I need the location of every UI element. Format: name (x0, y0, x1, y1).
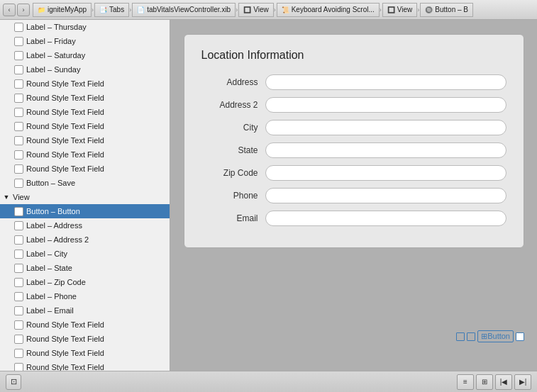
sidebar-item-24[interactable]: Round Style Text Field (0, 360, 170, 371)
sidebar-item-16[interactable]: Label – City (0, 247, 170, 261)
sidebar-label-11: Button – Save (26, 179, 75, 187)
sidebar-item-21[interactable]: Round Style Text Field (0, 318, 170, 332)
form-input-0[interactable] (265, 74, 506, 90)
form-label-2: City (201, 123, 265, 133)
sidebar-checkbox-2[interactable] (14, 51, 23, 60)
sidebar-item-0[interactable]: Label – Thursday (0, 20, 170, 34)
bottom-right-controls: ≡ ⊞ |◀ ▶| (457, 374, 531, 390)
sidebar-checkbox-17[interactable] (14, 264, 23, 273)
scroll-icon: 📜 (282, 6, 289, 13)
corner-button-label: ⊞Button (477, 330, 514, 342)
breadcrumb-view2[interactable]: 🔲 View (382, 3, 418, 17)
form-row-4: Zip Code (201, 165, 506, 181)
sidebar-item-12[interactable]: ▼View (0, 190, 170, 204)
sidebar-checkbox-18[interactable] (14, 278, 23, 287)
sidebar-item-9[interactable]: Round Style Text Field (0, 147, 170, 162)
sidebar-label-12: View (13, 193, 30, 201)
sidebar-checkbox-20[interactable] (14, 306, 23, 315)
breadcrumb: 📁 igniteMyApp › 📑 Tabs › 📄 tabVitalsView… (33, 3, 534, 17)
sidebar-item-8[interactable]: Round Style Text Field (0, 133, 170, 147)
tabs-icon: 📑 (99, 6, 107, 13)
sidebar-label-17: Label – State (26, 264, 72, 272)
sidebar-checkbox-6[interactable] (14, 108, 23, 117)
form-label-0: Address (201, 77, 265, 87)
sidebar-label-20: Label – Email (26, 306, 74, 315)
content-area: Location Information AddressAddress 2Cit… (170, 20, 537, 371)
sidebar-item-1[interactable]: Label – Friday (0, 34, 170, 48)
form-input-4[interactable] (265, 165, 506, 181)
form-input-6[interactable] (265, 211, 506, 226)
corner-decorations: ⊞Button (456, 330, 524, 342)
breadcrumb-xib[interactable]: 📄 tabVitalsViewController.xib (132, 3, 236, 17)
sidebar-checkbox-5[interactable] (14, 94, 23, 103)
sidebar-checkbox-11[interactable] (14, 179, 23, 188)
sidebar-item-4[interactable]: Round Style Text Field (0, 77, 170, 91)
sidebar-checkbox-23[interactable] (14, 349, 23, 358)
sidebar-label-10: Round Style Text Field (26, 164, 104, 173)
sidebar-label-13: Button – Button (26, 207, 80, 215)
sidebar-item-17[interactable]: Label – State (0, 261, 170, 275)
breadcrumb-tabs[interactable]: 📑 Tabs (94, 3, 129, 17)
sidebar-checkbox-16[interactable] (14, 250, 23, 259)
bottom-toolbar: ⊡ ≡ ⊞ |◀ ▶| (0, 371, 537, 392)
sidebar-item-10[interactable]: Round Style Text Field (0, 162, 170, 176)
sidebar-label-1: Label – Friday (26, 37, 76, 45)
sidebar-checkbox-24[interactable] (14, 363, 23, 371)
sidebar-checkbox-7[interactable] (14, 122, 23, 131)
sidebar-checkbox-19[interactable] (14, 292, 23, 301)
bottom-grid-icon[interactable]: ⊞ (476, 374, 493, 390)
form-input-1[interactable] (265, 97, 506, 113)
sidebar-item-11[interactable]: Button – Save (0, 176, 170, 190)
sidebar-checkbox-0[interactable] (14, 23, 23, 32)
sidebar-checkbox-14[interactable] (14, 221, 23, 230)
breadcrumb-button[interactable]: 🔘 Button – B (420, 3, 473, 17)
sidebar-item-6[interactable]: Round Style Text Field (0, 105, 170, 119)
sidebar-item-5[interactable]: Round Style Text Field (0, 91, 170, 105)
form-row-6: Email (201, 211, 506, 226)
form-input-2[interactable] (265, 120, 506, 135)
form-input-5[interactable] (265, 188, 506, 203)
sidebar-item-2[interactable]: Label – Saturday (0, 48, 170, 62)
sidebar-item-15[interactable]: Label – Address 2 (0, 233, 170, 247)
form-row-0: Address (201, 74, 506, 90)
form-label-3: State (201, 145, 265, 155)
bottom-next-icon[interactable]: ▶| (514, 374, 531, 390)
sidebar-checkbox-9[interactable] (14, 150, 23, 159)
breadcrumb-view[interactable]: 🔲 View (238, 3, 274, 17)
sidebar-checkbox-21[interactable] (14, 320, 23, 330)
sidebar-item-23[interactable]: Round Style Text Field (0, 346, 170, 360)
triangle-icon-12: ▼ (3, 194, 10, 201)
breadcrumb-scroll[interactable]: 📜 Keyboard Avoiding Scrol... (277, 3, 380, 17)
sidebar-item-19[interactable]: Label – Phone (0, 289, 170, 303)
sidebar-checkbox-4[interactable] (14, 79, 23, 89)
breadcrumb-app[interactable]: 📁 igniteMyApp (33, 3, 92, 17)
sidebar-checkbox-1[interactable] (14, 37, 23, 46)
bottom-square-button[interactable]: ⊡ (6, 374, 21, 390)
sidebar-checkbox-22[interactable] (14, 335, 23, 344)
sidebar-label-22: Round Style Text Field (26, 335, 104, 343)
sidebar-label-6: Round Style Text Field (26, 108, 104, 116)
nav-back-button[interactable]: ‹ (3, 4, 16, 16)
form-input-3[interactable] (265, 142, 506, 158)
sidebar-checkbox-10[interactable] (14, 164, 23, 174)
form-title: Location Information (201, 49, 506, 62)
sidebar-item-20[interactable]: Label – Email (0, 303, 170, 318)
sidebar-item-22[interactable]: Round Style Text Field (0, 332, 170, 346)
sidebar-item-18[interactable]: Label – Zip Code (0, 275, 170, 289)
sidebar-label-9: Round Style Text Field (26, 150, 104, 159)
nav-forward-button[interactable]: › (17, 4, 30, 16)
sidebar-item-13[interactable]: Button – Button (0, 204, 170, 218)
sidebar-checkbox-3[interactable] (14, 65, 23, 74)
sidebar-item-7[interactable]: Round Style Text Field (0, 119, 170, 133)
sidebar-checkbox-15[interactable] (14, 235, 23, 245)
corner-square-3 (516, 332, 524, 341)
sidebar-item-14[interactable]: Label – Address (0, 218, 170, 233)
nav-buttons: ‹ › (3, 4, 30, 16)
bottom-list-icon[interactable]: ≡ (457, 374, 474, 390)
sidebar-checkbox-13[interactable] (14, 207, 23, 216)
bottom-prev-icon[interactable]: |◀ (495, 374, 512, 390)
sidebar-item-3[interactable]: Label – Sunday (0, 62, 170, 77)
sidebar-label-18: Label – Zip Code (26, 278, 86, 286)
sidebar-label-23: Round Style Text Field (26, 349, 104, 357)
sidebar-checkbox-8[interactable] (14, 136, 23, 145)
